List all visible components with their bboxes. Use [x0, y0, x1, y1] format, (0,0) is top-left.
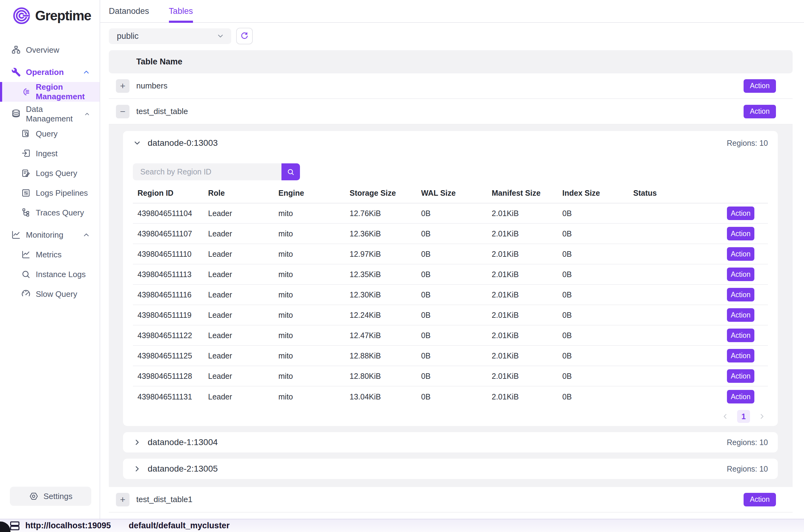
region-engine: mito: [274, 250, 345, 259]
region-id: 4398046511104: [133, 209, 204, 218]
collapse-button[interactable]: −: [116, 105, 130, 118]
magnifier-icon: [21, 269, 31, 279]
table-header-bar: Table Name: [109, 50, 792, 73]
region-search-input[interactable]: [133, 163, 282, 180]
region-id: 4398046511131: [133, 392, 204, 401]
region-index: 0B: [558, 250, 629, 259]
col-index-size: Index Size: [558, 189, 629, 197]
region-action-button[interactable]: Action: [727, 247, 754, 261]
region-index: 0B: [558, 331, 629, 340]
sliders-icon: [21, 188, 31, 198]
cluster-name[interactable]: default/default_mycluster: [129, 521, 230, 530]
sidebar-item-label: Monitoring: [26, 230, 63, 240]
region-action-button[interactable]: Action: [727, 308, 754, 322]
sidebar-item-ingest[interactable]: Ingest: [0, 144, 100, 163]
col-status: Status: [629, 189, 722, 197]
region-action-button[interactable]: Action: [727, 390, 754, 403]
datanode-title: datanode-2:13005: [148, 464, 218, 474]
sidebar-item-overview[interactable]: Overview: [0, 40, 100, 60]
sidebar-item-traces-query[interactable]: Traces Query: [0, 203, 100, 223]
expand-button[interactable]: +: [116, 493, 130, 507]
region-wal: 0B: [417, 290, 487, 299]
sidebar-group-monitoring[interactable]: Monitoring: [0, 225, 100, 245]
chevron-right-icon[interactable]: [133, 438, 141, 446]
sidebar-group-data-management[interactable]: Data Management: [0, 104, 100, 124]
region-index: 0B: [558, 270, 629, 279]
tab-datanodes[interactable]: Datanodes: [109, 0, 149, 22]
region-id: 4398046511119: [133, 311, 204, 320]
sidebar-item-metrics[interactable]: Metrics: [0, 245, 100, 264]
sidebar-item-logs-pipelines[interactable]: Logs Pipelines: [0, 183, 100, 203]
sidebar-item-logs-query[interactable]: Logs Query: [0, 163, 100, 183]
column-header-table-name: Table Name: [136, 57, 183, 66]
region-row: 4398046511125 Leader mito 12.88KiB 0B 2.…: [133, 346, 768, 366]
datanode-2-header[interactable]: datanode-2:13005 Regions: 10: [133, 459, 768, 479]
region-storage: 12.24KiB: [345, 311, 417, 320]
sidebar-item-slow-query[interactable]: Slow Query: [0, 284, 100, 304]
table-row-test-dist-table1: + test_dist_table1 Action: [109, 487, 792, 513]
region-search: [133, 163, 768, 180]
search-button[interactable]: [282, 163, 300, 180]
datanode-1-card: datanode-1:13004 Regions: 10: [123, 432, 778, 453]
chevron-right-icon[interactable]: [133, 464, 141, 473]
previous-page-icon[interactable]: [721, 413, 729, 420]
region-action-button[interactable]: Action: [727, 349, 754, 362]
region-engine: mito: [274, 352, 345, 360]
sidebar-item-label: Ingest: [36, 149, 58, 158]
sidebar-item-region-management[interactable]: Region Management: [0, 82, 100, 102]
server-url[interactable]: http://localhost:19095: [25, 521, 111, 530]
region-row: 4398046511107 Leader mito 12.36KiB 0B 2.…: [133, 224, 768, 244]
datanode-1-header[interactable]: datanode-1:13004 Regions: 10: [133, 432, 768, 453]
page-number[interactable]: 1: [737, 410, 750, 423]
region-engine: mito: [274, 331, 345, 340]
col-manifest-size: Manifest Size: [487, 189, 558, 197]
region-action-button[interactable]: Action: [727, 227, 754, 241]
refresh-button[interactable]: [236, 28, 253, 44]
chevron-up-icon: [84, 110, 90, 118]
settings-button[interactable]: Settings: [10, 487, 91, 506]
region-row: 4398046511110 Leader mito 12.97KiB 0B 2.…: [133, 244, 768, 264]
region-engine: mito: [274, 290, 345, 299]
region-role: Leader: [204, 229, 274, 238]
datanode-2-card: datanode-2:13005 Regions: 10: [123, 459, 778, 479]
regions-count: Regions: 10: [727, 464, 768, 473]
action-button[interactable]: Action: [744, 79, 776, 93]
region-storage: 12.30KiB: [345, 290, 417, 299]
datanode-title: datanode-0:13003: [148, 138, 218, 148]
chevron-down-icon[interactable]: [133, 139, 141, 147]
status-bar: http://localhost:19095 default/default_m…: [0, 519, 804, 532]
table-name: numbers: [136, 81, 167, 91]
region-wal: 0B: [417, 352, 487, 360]
expand-button[interactable]: +: [116, 79, 130, 93]
region-action-button[interactable]: Action: [727, 288, 754, 301]
sidebar-item-query[interactable]: Query: [0, 124, 100, 144]
datanode-0-header[interactable]: datanode-0:13003 Regions: 10: [133, 131, 768, 155]
region-role: Leader: [204, 250, 274, 259]
action-button[interactable]: Action: [744, 105, 776, 118]
region-storage: 13.04KiB: [345, 392, 417, 401]
action-button[interactable]: Action: [744, 493, 776, 507]
sidebar-item-instance-logs[interactable]: Instance Logs: [0, 264, 100, 284]
region-action-button[interactable]: Action: [727, 207, 754, 220]
next-page-icon[interactable]: [758, 413, 766, 420]
region-wal: 0B: [417, 372, 487, 381]
region-index: 0B: [558, 311, 629, 320]
tab-tables[interactable]: Tables: [169, 0, 193, 22]
table-row-test-dist-table: − test_dist_table Action: [109, 99, 792, 125]
region-action-button[interactable]: Action: [727, 268, 754, 281]
sidebar-item-label: Data Management: [26, 104, 79, 124]
region-wal: 0B: [417, 331, 487, 340]
region-action-button[interactable]: Action: [727, 369, 754, 383]
schema-select[interactable]: public: [109, 28, 231, 44]
tree-branch-icon: [21, 208, 31, 217]
corner-widget-bubble[interactable]: [0, 521, 11, 532]
region-manifest: 2.01KiB: [487, 290, 558, 299]
region-action-button[interactable]: Action: [727, 328, 754, 342]
search-icon: [286, 168, 295, 176]
region-role: Leader: [204, 392, 274, 401]
schema-select-value: public: [117, 32, 139, 41]
sidebar-group-operation[interactable]: Operation: [0, 62, 100, 82]
region-wal: 0B: [417, 229, 487, 238]
region-storage: 12.97KiB: [345, 250, 417, 259]
line-chart-icon: [11, 230, 21, 240]
